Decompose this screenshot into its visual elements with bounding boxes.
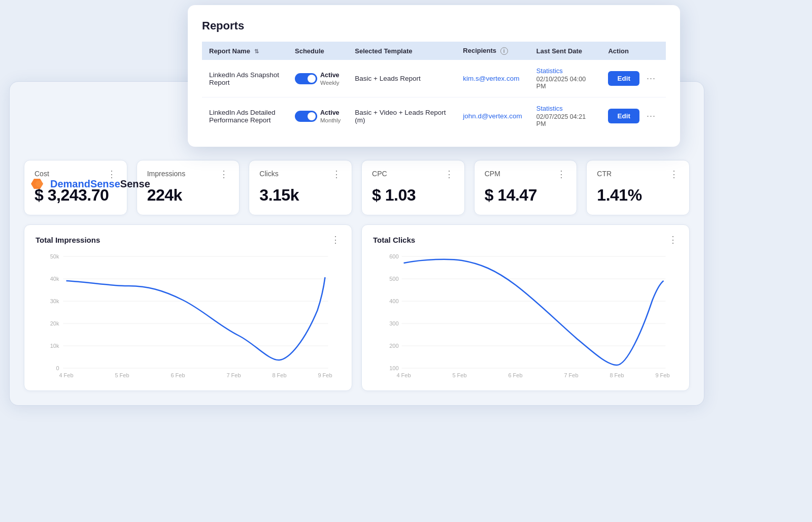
svg-text:5 Feb: 5 Feb bbox=[115, 372, 129, 378]
table-row: LinkedIn Ads Snapshot Report Active Week… bbox=[202, 60, 666, 97]
impressions-chart-card: Total Impressions ⋮ 50k 40k 30k 20k 10k … bbox=[24, 224, 352, 391]
metric-value-4: $ 14.47 bbox=[485, 186, 567, 205]
metric-more-button-3[interactable]: ⋮ bbox=[445, 170, 454, 179]
action-cell-1: Edit ··· bbox=[601, 97, 666, 135]
svg-text:7 Feb: 7 Feb bbox=[564, 372, 578, 378]
svg-text:0: 0 bbox=[56, 365, 59, 371]
recipient-cell-1: john.d@vertex.com bbox=[456, 97, 529, 135]
col-recipients: Recipients i bbox=[456, 42, 529, 60]
recipients-info-icon: i bbox=[500, 47, 508, 55]
svg-text:5 Feb: 5 Feb bbox=[452, 372, 466, 378]
svg-text:8 Feb: 8 Feb bbox=[610, 372, 624, 378]
logo-text: DemandSenseSense bbox=[50, 178, 150, 190]
row-more-button-0[interactable]: ··· bbox=[644, 73, 659, 84]
last-sent-cell-1: Statistics 02/07/2025 04:21 PM bbox=[529, 97, 601, 135]
col-report-name: Report Name ⇅ bbox=[202, 42, 288, 60]
last-sent-date-0: 02/10/2025 04:00 PM bbox=[536, 76, 594, 90]
logo-area: DemandSenseSense bbox=[30, 176, 150, 192]
col-last-sent: Last Sent Date bbox=[529, 42, 601, 60]
metric-card-ctr: CTR ⋮ 1.41% bbox=[586, 160, 690, 215]
template-cell-1: Basic + Video + Leads Report (m) bbox=[348, 97, 456, 135]
logo-icon bbox=[30, 176, 46, 192]
last-sent-date-1: 02/07/2025 04:21 PM bbox=[536, 113, 594, 127]
reports-title: Reports bbox=[202, 19, 666, 32]
report-name-cell-1: LinkedIn Ads Detailed Performance Report bbox=[202, 97, 288, 135]
svg-text:20k: 20k bbox=[50, 320, 59, 327]
svg-text:400: 400 bbox=[389, 298, 398, 304]
metric-more-button-4[interactable]: ⋮ bbox=[557, 170, 566, 179]
table-row: LinkedIn Ads Detailed Performance Report… bbox=[202, 97, 666, 135]
metric-more-button-1[interactable]: ⋮ bbox=[219, 170, 229, 179]
schedule-cell-0: Active Weekly bbox=[288, 60, 348, 97]
action-cell-0: Edit ··· bbox=[601, 60, 666, 97]
svg-text:4 Feb: 4 Feb bbox=[59, 372, 73, 378]
metric-more-button-2[interactable]: ⋮ bbox=[332, 170, 342, 179]
metric-label-2: Clicks bbox=[259, 170, 278, 178]
svg-text:30k: 30k bbox=[50, 298, 59, 304]
metric-more-button-5[interactable]: ⋮ bbox=[669, 170, 679, 179]
svg-text:9 Feb: 9 Feb bbox=[318, 372, 332, 378]
row-more-button-1[interactable]: ··· bbox=[644, 111, 659, 121]
schedule-toggle-0[interactable] bbox=[295, 73, 317, 84]
svg-text:10k: 10k bbox=[50, 343, 59, 349]
template-cell-0: Basic + Leads Report bbox=[348, 60, 456, 97]
metric-label-3: CPC bbox=[372, 170, 387, 178]
schedule-toggle-1[interactable] bbox=[295, 111, 317, 122]
svg-text:4 Feb: 4 Feb bbox=[396, 372, 411, 378]
last-sent-cell-0: Statistics 02/10/2025 04:00 PM bbox=[529, 60, 601, 97]
col-template: Selected Template bbox=[348, 42, 456, 60]
metric-value-5: 1.41% bbox=[597, 186, 679, 205]
charts-row: Total Impressions ⋮ 50k 40k 30k 20k 10k … bbox=[24, 224, 690, 391]
svg-text:40k: 40k bbox=[50, 276, 59, 282]
impressions-chart-more-button[interactable]: ⋮ bbox=[331, 235, 341, 244]
svg-text:8 Feb: 8 Feb bbox=[272, 372, 286, 378]
svg-text:300: 300 bbox=[389, 320, 398, 327]
edit-button-1[interactable]: Edit bbox=[608, 109, 639, 123]
clicks-chart-title: Total Clicks bbox=[373, 236, 415, 244]
schedule-cell-1: Active Monthly bbox=[288, 97, 348, 135]
impressions-chart-title: Total Impressions bbox=[36, 236, 100, 244]
reports-table: Report Name ⇅ Schedule Selected Template… bbox=[202, 42, 666, 135]
impressions-chart-svg: 50k 40k 30k 20k 10k 0 4 Feb bbox=[36, 249, 341, 381]
svg-text:200: 200 bbox=[389, 343, 398, 349]
recipient-cell-0: kim.s@vertex.com bbox=[456, 60, 529, 97]
edit-button-0[interactable]: Edit bbox=[608, 71, 639, 86]
svg-text:50k: 50k bbox=[50, 253, 59, 259]
svg-text:7 Feb: 7 Feb bbox=[226, 372, 241, 378]
svg-text:9 Feb: 9 Feb bbox=[655, 372, 669, 378]
metric-value-2: 3.15k bbox=[259, 186, 342, 205]
metric-card-clicks: Clicks ⋮ 3.15k bbox=[249, 160, 352, 215]
col-schedule: Schedule bbox=[288, 42, 348, 60]
svg-text:6 Feb: 6 Feb bbox=[171, 372, 185, 378]
table-header-row: Report Name ⇅ Schedule Selected Template… bbox=[202, 42, 666, 60]
metric-label-4: CPM bbox=[485, 170, 500, 178]
col-action: Action bbox=[601, 42, 666, 60]
recipient-email-0[interactable]: kim.s@vertex.com bbox=[463, 75, 519, 82]
report-name-cell-0: LinkedIn Ads Snapshot Report bbox=[202, 60, 288, 97]
svg-text:600: 600 bbox=[389, 253, 398, 259]
reports-modal: Reports Report Name ⇅ Schedule Selected … bbox=[188, 5, 680, 147]
metric-card-cpc: CPC ⋮ $ 1.03 bbox=[361, 160, 465, 215]
metric-value-3: $ 1.03 bbox=[372, 186, 454, 205]
sort-icon: ⇅ bbox=[254, 48, 259, 55]
svg-text:100: 100 bbox=[389, 365, 398, 371]
recipient-email-1[interactable]: john.d@vertex.com bbox=[463, 112, 522, 120]
svg-text:500: 500 bbox=[389, 276, 398, 282]
metric-card-cpm: CPM ⋮ $ 14.47 bbox=[474, 160, 578, 215]
metric-card-impressions: Impressions ⋮ 224k bbox=[137, 160, 240, 215]
last-sent-link-0[interactable]: Statistics bbox=[536, 67, 594, 75]
clicks-chart-svg: 600 500 400 300 200 100 4 Feb 5 Feb bbox=[373, 249, 678, 381]
logo-name-demand: DemandSense bbox=[50, 178, 120, 189]
metric-value-1: 224k bbox=[147, 186, 229, 205]
clicks-chart-card: Total Clicks ⋮ 600 500 400 300 200 100 bbox=[361, 224, 690, 391]
last-sent-link-1[interactable]: Statistics bbox=[536, 105, 594, 112]
clicks-chart-more-button[interactable]: ⋮ bbox=[668, 235, 678, 244]
svg-text:6 Feb: 6 Feb bbox=[508, 372, 522, 378]
metric-label-5: CTR bbox=[597, 170, 612, 178]
metric-label-1: Impressions bbox=[147, 170, 185, 178]
